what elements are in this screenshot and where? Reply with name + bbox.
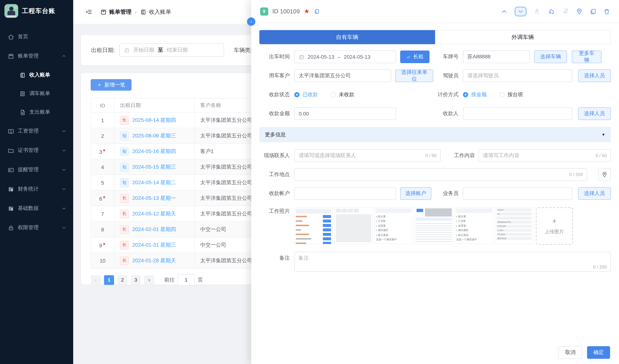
row-date-link[interactable]: 2025-08-06 星期三 (132, 132, 176, 139)
drawer-toggle-button[interactable]: › (247, 17, 255, 26)
favorite-star-icon[interactable]: ★ (304, 7, 310, 15)
page-button-2[interactable]: 2 (117, 275, 127, 285)
row-id: 6★ (91, 190, 114, 206)
departure-date-range-input[interactable]: 2024-05-13 – 2024-05-13 (294, 51, 396, 63)
location-icon[interactable] (576, 8, 583, 15)
long-rent-button[interactable]: 长租 (400, 51, 430, 63)
sidebar-item-5[interactable]: 财务统计 (0, 179, 73, 199)
driver-input[interactable]: 请选择驾驶员 (463, 70, 572, 82)
chevron-down-icon[interactable] (515, 6, 526, 16)
row-date-link[interactable]: 2024-05-16 星期四 (132, 148, 176, 155)
work-photo-thumbnail-2[interactable]: ▸南京港▸江北集▸龙潭港▸测试港区▸南京港品这是一个测试港中 (375, 207, 413, 244)
by-shift-label: 按台班 (507, 91, 523, 98)
row-date-link[interactable]: 2024-05-13 星期一 (132, 195, 176, 201)
sidebar-item-0[interactable]: 首页 (0, 27, 73, 46)
account-input[interactable] (294, 187, 396, 200)
work-photo-thumbnail-4[interactable]: ▸南京港▸江北集▸龙潭港▸测试港区▸南京港品这是一个测试港中 (455, 207, 493, 244)
page-button-3[interactable]: 3 (131, 275, 141, 285)
breadcrumb-item-bills[interactable]: 账单管理 (100, 8, 131, 15)
departure-time-label: 出车时间 (259, 54, 290, 60)
amount-input[interactable]: 0.00 (294, 107, 396, 120)
sidebar-item-3[interactable]: 证书管理 (0, 141, 73, 160)
paid-radio[interactable]: 已收款 (294, 91, 318, 98)
remark-placeholder: 备注 (298, 255, 309, 262)
work-photo-thumbnail-1[interactable] (334, 207, 373, 244)
remark-counter: 0 / 200 (593, 265, 607, 270)
chevron-up-icon[interactable] (501, 8, 507, 15)
more-info-toggle[interactable]: 更多信息 ▼ (259, 127, 611, 142)
tab-own-vehicle[interactable]: 自有车辆 (259, 30, 435, 44)
select-account-button[interactable]: 选择账户 (400, 187, 431, 200)
customer-input[interactable]: 太平洋集团第五分公司 (294, 70, 391, 82)
star-icon: ★ (102, 195, 106, 199)
by-amount-radio[interactable]: 按金额 (463, 91, 487, 98)
row-date-cell: 长 2025-08-14 星期四 (114, 112, 195, 128)
salesman-input[interactable] (463, 187, 572, 200)
select-vehicle-button[interactable]: 选择车辆 (534, 51, 567, 63)
rent-type-tag: 长 (120, 116, 129, 125)
payee-input[interactable] (463, 107, 572, 120)
rent-date-range-input[interactable]: 开始日期 至 结束日期 (119, 43, 224, 57)
unpaid-radio[interactable]: 未收款 (331, 91, 354, 98)
row-date-link[interactable]: 2024-05-12 星期天 (132, 210, 176, 217)
plate-input[interactable]: 苏A88888 (463, 51, 530, 63)
work-location-input[interactable]: 0 / 200 (294, 168, 587, 181)
breadcrumb-item-income[interactable]: 收入账单 (140, 8, 171, 15)
more-vehicle-button[interactable]: 更多车辆 (572, 51, 602, 63)
breadcrumb-label: 收入账单 (149, 8, 171, 15)
work-content-input[interactable]: 请填写工作内容 0 / 50 (478, 149, 611, 162)
copy-docs-icon[interactable] (590, 8, 596, 15)
sidebar-subitem-2[interactable]: 支出账单 (0, 103, 73, 122)
sidebar-subitem-1[interactable]: 调车账单 (0, 84, 73, 103)
row-id: 8 (91, 222, 114, 237)
sidebar-item-6[interactable]: 基础数据 (0, 199, 73, 218)
goto-page-input[interactable] (178, 274, 195, 286)
by-shift-radio[interactable]: 按台班 (499, 91, 523, 98)
row-date-link[interactable]: 2024-05-15 星期三 (132, 164, 176, 170)
check-icon (406, 55, 411, 59)
sidebar-item-7[interactable]: 权限管理 (0, 218, 73, 237)
select-driver-button[interactable]: 选择人员 (578, 70, 611, 82)
add-bill-button[interactable]: 新增一笔 (91, 79, 131, 91)
return-home-icon[interactable] (548, 8, 555, 15)
sidebar-item-1[interactable]: 账单管理 (0, 46, 73, 66)
map-location-button[interactable] (598, 168, 611, 181)
notebook-icon (19, 72, 26, 78)
hand-card-icon[interactable] (562, 8, 569, 15)
row-date-link[interactable]: 2024-05-14 星期二 (132, 179, 176, 186)
row-id: 1 (91, 112, 114, 128)
work-photo-thumbnail-3[interactable] (415, 207, 453, 244)
row-date-link[interactable]: 2024-01-28 星期天 (132, 257, 176, 264)
delete-icon[interactable] (603, 8, 610, 15)
work-photo-thumbnail-0[interactable] (294, 207, 333, 244)
work-photos-label: 工作照片 (259, 208, 290, 215)
sidebar-subitem-0[interactable]: 收入账单 (0, 66, 73, 84)
copy-icon[interactable] (314, 8, 320, 14)
sidebar-item-2[interactable]: 工资管理 (0, 122, 73, 141)
withdraw-money-icon[interactable] (534, 8, 541, 15)
vehicle-tabs: 自有车辆 外调车辆 (259, 30, 611, 44)
sidebar-item-label: 财务统计 (18, 186, 61, 192)
row-date-link[interactable]: 2025-08-14 星期四 (132, 117, 176, 124)
cancel-button[interactable]: 取消 (558, 346, 582, 359)
select-partner-button[interactable]: 选择往来单位 (395, 70, 433, 82)
sidebar-collapse-icon[interactable] (85, 9, 92, 15)
remark-textarea[interactable]: 备注 0 / 200 (294, 252, 611, 272)
next-page-button[interactable]: › (144, 275, 154, 285)
chevron-down-icon (61, 186, 67, 192)
tab-external-vehicle[interactable]: 外调车辆 (435, 30, 611, 44)
select-salesman-button[interactable]: 选择人员 (578, 187, 611, 200)
select-payee-button[interactable]: 选择人员 (578, 107, 611, 120)
work-photo-thumbnail-5[interactable]: e.jsoncx.MacBook Pro打印.pdf1.xlsx写.docx数学… (495, 207, 533, 244)
prev-page-button[interactable]: ‹ (91, 275, 101, 285)
site-contact-input[interactable]: 请填写或选择现场联系人 0 / 50 (294, 149, 441, 162)
row-date-link[interactable]: 2024-01-31 星期三 (132, 242, 176, 248)
customer-label: 用车客户 (259, 72, 290, 79)
more-info-label: 更多信息 (265, 131, 286, 138)
confirm-button[interactable]: 确定 (587, 346, 610, 359)
row-date-link[interactable]: 2024-02-01 星期四 (132, 226, 176, 233)
upload-image-button[interactable]: + 上传图片 (536, 207, 573, 245)
page-button-1[interactable]: 1 (104, 275, 114, 285)
salesman-label: 业务员 (433, 190, 459, 197)
sidebar-item-4[interactable]: 提醒管理 (0, 160, 73, 179)
